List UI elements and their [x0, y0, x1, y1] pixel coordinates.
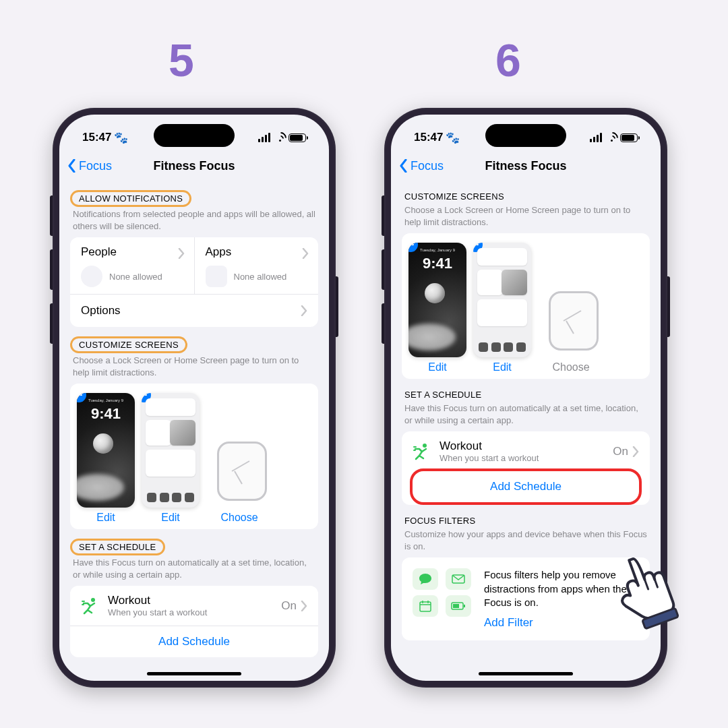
workout-state: On — [613, 445, 628, 458]
moon-icon — [425, 283, 445, 303]
running-icon — [413, 442, 431, 461]
schedule-sub: Have this Focus turn on automatically at… — [391, 402, 661, 431]
battery-icon — [620, 133, 638, 142]
battery-filter-icon — [446, 595, 471, 617]
people-none: None allowed — [109, 272, 162, 282]
allow-card: People None allowed Apps None allowed Op… — [70, 237, 318, 327]
filter-icon-grid — [413, 568, 473, 617]
workout-sublabel: When you start a workout — [439, 453, 539, 463]
nav-bar: Focus Fitness Focus — [59, 151, 329, 181]
people-label: People — [81, 245, 183, 259]
dynamic-island — [154, 124, 235, 147]
running-icon — [81, 597, 100, 615]
edit-homescreen-button[interactable]: Edit — [493, 361, 512, 373]
workout-label: Workout — [439, 439, 539, 453]
lock-date: Tuesday, January 9 — [77, 398, 135, 402]
appicon-placeholder — [206, 266, 227, 287]
wifi-icon — [605, 133, 617, 142]
status-time: 15:47 — [414, 131, 443, 144]
home-indicator[interactable] — [479, 672, 573, 675]
screens-card: Tuesday, January 9 9:41 Edit Edit — [70, 384, 318, 529]
workout-row[interactable]: Workout When you start a workout On — [70, 586, 318, 626]
pointing-hand-icon — [605, 543, 686, 630]
chevron-left-icon — [67, 159, 76, 173]
edit-lockscreen-button[interactable]: Edit — [428, 361, 447, 373]
paw-icon: 🐾 — [114, 131, 128, 145]
edit-homescreen-button[interactable]: Edit — [161, 512, 180, 524]
workout-sublabel: When you start a workout — [108, 607, 207, 617]
back-label: Focus — [411, 159, 444, 173]
status-time: 15:47 — [82, 131, 111, 144]
battery-icon — [289, 133, 306, 142]
cellular-icon — [590, 133, 602, 142]
lockscreen-thumb[interactable]: Tuesday, January 9 9:41 — [408, 243, 466, 357]
highlight-set-schedule: SET A SCHEDULE — [70, 539, 165, 555]
highlight-allow-notifications: ALLOW NOTIFICATIONS — [70, 190, 191, 207]
svg-rect-2 — [420, 602, 431, 611]
paw-icon: 🐾 — [446, 131, 460, 145]
cellular-icon — [258, 133, 270, 142]
customize-header: CUSTOMIZE SCREENS — [391, 181, 661, 204]
lockscreen-thumb[interactable]: Tuesday, January 9 9:41 — [77, 393, 135, 508]
chevron-right-icon — [178, 248, 185, 259]
back-button[interactable]: Focus — [399, 159, 444, 173]
lock-time: 9:41 — [77, 405, 135, 423]
options-row[interactable]: Options — [70, 294, 318, 327]
chevron-right-icon — [632, 446, 639, 457]
apps-button[interactable]: Apps None allowed — [195, 237, 319, 294]
schedule-header: SET A SCHEDULE — [391, 379, 661, 402]
add-schedule-button[interactable]: Add Schedule — [413, 471, 639, 502]
apps-none: None allowed — [234, 272, 287, 282]
people-button[interactable]: People None allowed — [70, 237, 195, 294]
wifi-icon — [274, 133, 285, 142]
back-button[interactable]: Focus — [67, 159, 112, 173]
watch-thumb[interactable] — [543, 284, 604, 357]
chevron-right-icon — [302, 248, 309, 259]
phone-mockup-5: 15:47 🐾 Focus Fitness Focus ALLOW NOTIFI… — [53, 108, 336, 688]
schedule-card: Workout When you start a workout On Add … — [70, 586, 318, 657]
allow-notifications-sub: Notifications from selected people and a… — [59, 208, 329, 237]
screens-card: Tuesday, January 9 9:41 Edit Edit — [402, 233, 650, 379]
filters-header: FOCUS FILTERS — [391, 505, 661, 528]
home-indicator[interactable] — [147, 672, 241, 675]
chevron-right-icon — [301, 305, 307, 316]
edit-lockscreen-button[interactable]: Edit — [96, 512, 115, 524]
homescreen-thumb[interactable] — [473, 243, 531, 357]
watch-icon — [549, 291, 599, 351]
add-schedule-button[interactable]: Add Schedule — [70, 626, 318, 657]
back-label: Focus — [79, 159, 112, 173]
messages-icon — [413, 568, 438, 590]
lock-time: 9:41 — [408, 255, 466, 272]
lock-date: Tuesday, January 9 — [408, 248, 466, 252]
chevron-left-icon — [399, 159, 408, 173]
add-schedule-label: Add Schedule — [158, 635, 230, 648]
nav-title: Fitness Focus — [485, 159, 566, 173]
watch-icon — [217, 442, 267, 501]
nav-bar: Focus Fitness Focus — [391, 151, 661, 181]
workout-row[interactable]: Workout When you start a workout On — [402, 431, 650, 471]
calendar-icon — [413, 595, 438, 617]
customize-sub: Choose a Lock Screen or Home Screen page… — [59, 355, 329, 384]
highlight-add-schedule: Add Schedule — [410, 468, 642, 505]
schedule-card: Workout When you start a workout On Add … — [402, 431, 650, 505]
workout-state: On — [281, 599, 297, 613]
homescreen-thumb[interactable] — [142, 393, 200, 508]
avatar-placeholder — [81, 266, 102, 287]
watch-thumb[interactable] — [212, 435, 272, 508]
dynamic-island — [485, 124, 566, 147]
customize-sub: Choose a Lock Screen or Home Screen page… — [391, 204, 661, 233]
apps-label: Apps — [206, 245, 308, 259]
workout-label: Workout — [108, 594, 207, 607]
step-label-6: 6 — [495, 34, 521, 86]
svg-rect-4 — [464, 605, 465, 607]
highlight-customize-screens: CUSTOMIZE SCREENS — [70, 336, 187, 353]
moon-icon — [93, 433, 113, 454]
mail-icon — [446, 568, 471, 590]
add-schedule-label: Add Schedule — [490, 480, 562, 493]
chevron-right-icon — [301, 601, 307, 611]
step-label-5: 5 — [169, 34, 194, 86]
schedule-sub: Have this Focus turn on automatically at… — [59, 557, 329, 586]
choose-watch-button[interactable]: Choose — [552, 361, 589, 373]
choose-watch-button[interactable]: Choose — [220, 512, 257, 524]
options-label: Options — [81, 304, 121, 317]
